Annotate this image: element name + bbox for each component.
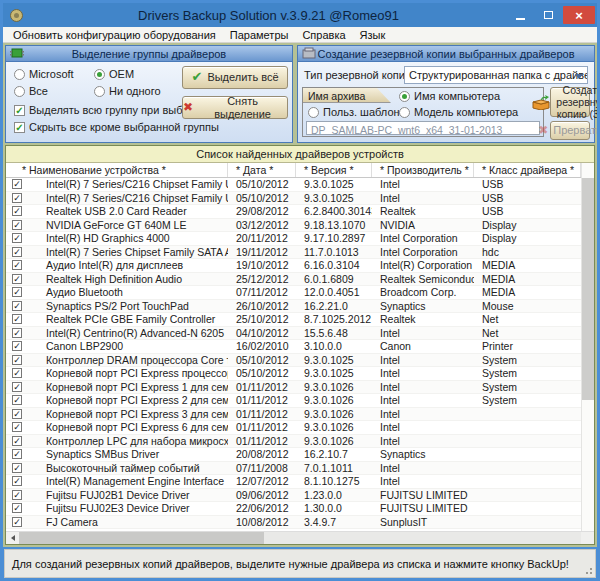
close-icon[interactable]: × bbox=[563, 6, 595, 24]
radio-none[interactable]: Ни одного bbox=[94, 85, 161, 97]
table-row[interactable]: ✓Корневой порт PCI Express процессора Co… bbox=[6, 367, 594, 381]
table-row[interactable]: ✓Realtek USB 2.0 Card Reader29/08/20126.… bbox=[6, 205, 594, 219]
row-checkbox[interactable]: ✓ bbox=[12, 274, 22, 284]
backup-creation-panel: Создание резервной копии выбранных драйв… bbox=[297, 45, 595, 143]
checkbox-hide-other-groups[interactable]: ✓ Скрыть все кроме выбранной группы bbox=[14, 121, 219, 133]
cell-driver-class: MEDIA bbox=[474, 273, 568, 285]
radio-computer-name[interactable]: Имя компьютера bbox=[399, 90, 500, 102]
row-checkbox[interactable]: ✓ bbox=[12, 503, 22, 513]
table-row[interactable]: ✓Аудио Bluetooth07/11/201212.0.0.4051Bro… bbox=[6, 286, 594, 300]
table-row[interactable]: ✓Корневой порт PCI Express 3 для семейст… bbox=[6, 408, 594, 422]
table-row[interactable]: ✓Synaptics PS/2 Port TouchPad26/10/20121… bbox=[6, 300, 594, 314]
column-header-driver-class[interactable]: * Класс драйвера * bbox=[474, 163, 581, 177]
table-row[interactable]: ✓Intel(R) Centrino(R) Advanced-N 620504/… bbox=[6, 327, 594, 341]
checkbox-select-whole-group[interactable]: ✓ Выделять всю группу при выборе bbox=[14, 104, 201, 116]
backup-type-select[interactable]: Структурированная папка с драйверами bbox=[404, 66, 588, 84]
table-row[interactable]: ✓FJ Camera10/08/20123.4.9.7SunplusIT bbox=[6, 516, 594, 530]
row-checkbox[interactable]: ✓ bbox=[12, 193, 22, 203]
panel-title: Выделение группы драйверов bbox=[72, 48, 226, 60]
row-checkbox[interactable]: ✓ bbox=[12, 449, 22, 459]
status-text: Для созданий резервных копий драйверов, … bbox=[12, 558, 569, 570]
row-checkbox[interactable]: ✓ bbox=[12, 422, 22, 432]
menu-options[interactable]: Параметры bbox=[223, 28, 296, 42]
table-row[interactable]: ✓Intel(R) HD Graphics 400020/11/20129.17… bbox=[6, 232, 594, 246]
cell-driver-class: Net bbox=[474, 313, 568, 325]
cell-date: 07/11/2008 bbox=[228, 462, 296, 474]
row-checkbox[interactable]: ✓ bbox=[12, 328, 22, 338]
cell-device-name: Fujitsu FUJ02B1 Device Driver bbox=[36, 489, 228, 501]
table-row[interactable]: ✓Intel(R) 7 Series/C216 Chipset Family U… bbox=[6, 178, 594, 192]
row-checkbox[interactable]: ✓ bbox=[12, 220, 22, 230]
table-row[interactable]: ✓Intel(R) Management Engine Interface12/… bbox=[6, 475, 594, 489]
row-checkbox[interactable]: ✓ bbox=[12, 341, 22, 351]
maximize-icon[interactable] bbox=[535, 6, 562, 24]
cell-driver-class: Display bbox=[474, 219, 568, 231]
row-checkbox[interactable]: ✓ bbox=[12, 301, 22, 311]
create-backup-button[interactable]: Создать резервную копию (31) bbox=[550, 87, 590, 117]
row-checkbox[interactable]: ✓ bbox=[12, 476, 22, 486]
row-checkbox[interactable]: ✓ bbox=[12, 368, 22, 378]
table-row[interactable]: ✓Аудио Intel(R) для дисплеев19/10/20126.… bbox=[6, 259, 594, 273]
row-checkbox[interactable]: ✓ bbox=[12, 436, 22, 446]
scroll-left-icon[interactable] bbox=[6, 532, 19, 544]
menu-update-hardware-config[interactable]: Обновить конфигурацию оборудования bbox=[6, 28, 223, 42]
row-checkbox[interactable]: ✓ bbox=[12, 355, 22, 365]
menu-help[interactable]: Справка bbox=[295, 28, 352, 42]
v-scroll-thumb[interactable] bbox=[582, 178, 594, 400]
table-row[interactable]: ✓Canon LBP290016/02/20103.10.0.0CanonPri… bbox=[6, 340, 594, 354]
radio-all[interactable]: Все bbox=[14, 85, 48, 97]
row-checkbox[interactable]: ✓ bbox=[12, 260, 22, 270]
h-scroll-thumb[interactable] bbox=[19, 532, 264, 544]
cell-vendor: SunplusIT bbox=[372, 516, 474, 528]
table-row[interactable]: ✓Intel(R) 7 Series/C216 Chipset Family U… bbox=[6, 192, 594, 206]
column-header-date[interactable]: * Дата * bbox=[228, 163, 296, 177]
table-row[interactable]: ✓Контроллер LPC для набора микросхем Int… bbox=[6, 435, 594, 449]
row-checkbox[interactable]: ✓ bbox=[12, 382, 22, 392]
minimize-icon[interactable] bbox=[507, 6, 534, 24]
table-row[interactable]: ✓Realtek PCIe GBE Family Controller25/10… bbox=[6, 313, 594, 327]
h-scroll-track[interactable] bbox=[264, 532, 581, 544]
menu-language[interactable]: Язык bbox=[353, 28, 393, 42]
cell-driver-class: System bbox=[474, 354, 568, 366]
vertical-scrollbar[interactable] bbox=[581, 163, 594, 531]
radio-computer-model[interactable]: Модель компьютера bbox=[399, 106, 518, 118]
row-checkbox[interactable]: ✓ bbox=[12, 517, 22, 527]
row-checkbox[interactable]: ✓ bbox=[12, 409, 22, 419]
column-header-vendor[interactable]: * Производитель * bbox=[372, 163, 474, 177]
resize-grip[interactable] bbox=[583, 565, 593, 575]
column-header-device-name[interactable]: * Наименование устройства * bbox=[6, 163, 228, 177]
table-row[interactable]: ✓Realtek High Definition Audio25/12/2012… bbox=[6, 273, 594, 287]
radio-oem[interactable]: OEM bbox=[94, 68, 134, 80]
radio-label: Имя компьютера bbox=[414, 90, 500, 102]
table-row[interactable]: ✓Fujitsu FUJ02B1 Device Driver09/06/2012… bbox=[6, 489, 594, 503]
cell-device-name: FJ Camera bbox=[36, 516, 228, 528]
archive-name-group: Имя архива Имя компьютера Польз. шаблон … bbox=[302, 87, 544, 137]
row-checkbox[interactable]: ✓ bbox=[12, 463, 22, 473]
abort-button[interactable]: ✖ Прервать bbox=[550, 121, 590, 140]
row-checkbox[interactable]: ✓ bbox=[12, 395, 22, 405]
column-header-version[interactable]: * Версия * bbox=[296, 163, 372, 177]
deselect-button[interactable]: ✖ Снять выделение bbox=[182, 96, 288, 119]
row-checkbox[interactable]: ✓ bbox=[12, 179, 22, 189]
table-row[interactable]: ✓Корневой порт PCI Express 6 для семейст… bbox=[6, 421, 594, 435]
horizontal-scrollbar[interactable] bbox=[6, 531, 594, 544]
table-row[interactable]: ✓Fujitsu FUJ02E3 Device Driver22/06/2012… bbox=[6, 502, 594, 516]
table-row[interactable]: ✓Контроллер DRAM процессора Core третьег… bbox=[6, 354, 594, 368]
table-row[interactable]: ✓Intel(R) 7 Series Chipset Family SATA A… bbox=[6, 246, 594, 260]
cell-driver-class: Display bbox=[474, 232, 568, 244]
select-all-button[interactable]: ✔ Выделить всё bbox=[182, 66, 288, 89]
table-row[interactable]: ✓Корневой порт PCI Express 1 для семейст… bbox=[6, 381, 594, 395]
row-checkbox[interactable]: ✓ bbox=[12, 314, 22, 324]
row-checkbox[interactable]: ✓ bbox=[12, 206, 22, 216]
table-row[interactable]: ✓Synaptics SMBus Driver20/08/201216.2.10… bbox=[6, 448, 594, 462]
row-checkbox[interactable]: ✓ bbox=[12, 247, 22, 257]
table-row[interactable]: ✓Корневой порт PCI Express 2 для семейст… bbox=[6, 394, 594, 408]
radio-user-template[interactable]: Польз. шаблон bbox=[308, 106, 400, 118]
table-row[interactable]: ✓Высокоточный таймер событий07/11/20087.… bbox=[6, 462, 594, 476]
row-checkbox[interactable]: ✓ bbox=[12, 287, 22, 297]
row-checkbox[interactable]: ✓ bbox=[12, 233, 22, 243]
archive-name-input[interactable]: DP_SAMLAB-PC_wnt6_x64_31-01-2013 bbox=[306, 121, 540, 135]
row-checkbox[interactable]: ✓ bbox=[12, 490, 22, 500]
radio-microsoft[interactable]: Microsoft bbox=[14, 68, 74, 80]
table-row[interactable]: ✓NVIDIA GeForce GT 640M LE03/12/20129.18… bbox=[6, 219, 594, 233]
